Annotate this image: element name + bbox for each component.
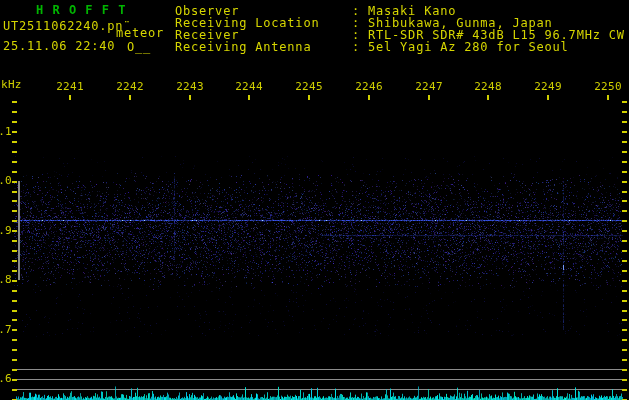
- info-row-observer: Observer:Masaki Kano: [175, 4, 629, 16]
- colon-separator: :: [352, 40, 360, 54]
- counter-text: O__: [127, 40, 151, 54]
- info-label: Receiving Antenna: [175, 40, 352, 54]
- y-axis-unit-label: kHz: [1, 78, 22, 91]
- info-row-antenna: Receiving Antenna:5el Yagi Az 280 for Se…: [175, 40, 629, 52]
- x-tick-label: 2250: [591, 80, 625, 93]
- info-value: 5el Yagi Az 280 for Seoul: [368, 40, 569, 54]
- x-tick-label: 2243: [173, 80, 207, 93]
- x-tick-label: 2241: [53, 80, 87, 93]
- datetime-text: 25.11.06 22:40: [3, 39, 115, 53]
- y-tick-label: 0.9: [0, 224, 12, 237]
- x-tick-label: 2248: [471, 80, 505, 93]
- filename-text: UT2511062240.pn¨: [3, 19, 131, 33]
- x-tick-label: 2244: [232, 80, 266, 93]
- info-row-receiver: Receiver:RTL-SDR SDR# 43dB L15 96.7MHz C…: [175, 28, 629, 40]
- x-tick-label: 2246: [352, 80, 386, 93]
- info-row-location: Receiving Location:Shibukawa, Gunma, Jap…: [175, 16, 629, 28]
- y-tick-label: 1.1: [0, 125, 12, 138]
- y-tick-label: 0.8: [0, 273, 12, 286]
- x-tick-label: 2242: [113, 80, 147, 93]
- station-name: meteor: [116, 26, 164, 40]
- y-tick-label: 1.0: [0, 174, 12, 187]
- x-tick-label: 2249: [531, 80, 565, 93]
- y-tick-label: 0.7: [0, 323, 12, 336]
- x-tick-label: 2247: [412, 80, 446, 93]
- spectrogram-canvas: [0, 0, 629, 400]
- x-tick-label: 2245: [292, 80, 326, 93]
- app-title: H R O F F T: [36, 3, 126, 17]
- y-tick-label: 0.6: [0, 372, 12, 385]
- hrofft-output-image: H R O F F T UT2511062240.pn¨ meteor 25.1…: [0, 0, 629, 400]
